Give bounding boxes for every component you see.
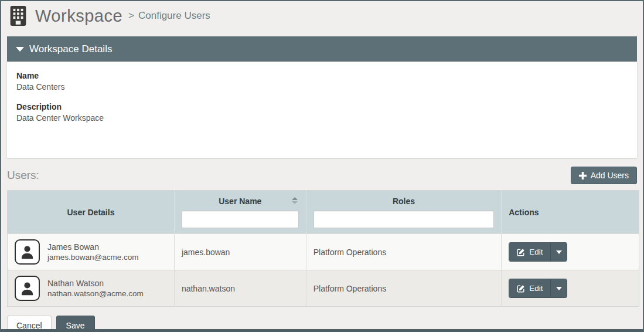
name-field: Name Data Centers [16, 71, 628, 92]
description-value: Data Center Workspace [16, 113, 628, 123]
user-details-cell: Nathan Watson nathan.watson@acme.com [8, 270, 175, 307]
table-header-row: User Details User Name Roles Acti [8, 191, 639, 234]
user-email: nathan.watson@acme.com [47, 289, 144, 298]
column-header-actions: Actions [502, 191, 639, 234]
user-name-column-label: User Name [219, 197, 261, 206]
breadcrumb-separator: > [128, 10, 134, 22]
top-header: Workspace > Configure Users [1, 1, 643, 31]
edit-button[interactable]: Edit [509, 279, 550, 297]
user-email: james.bowan@acme.com [47, 253, 139, 262]
actions-cell: Edit [502, 270, 639, 307]
user-details-cell: James Bowan james.bowan@acme.com [8, 234, 175, 270]
column-header-user-name[interactable]: User Name [174, 191, 306, 234]
caret-down-icon [556, 250, 562, 254]
roles-filter-input[interactable] [314, 211, 495, 228]
edit-pencil-icon [517, 248, 525, 256]
roles-cell: Platform Operations [306, 270, 502, 307]
description-field: Description Data Center Workspace [16, 102, 628, 123]
edit-dropdown-button[interactable] [550, 279, 567, 297]
users-table: User Details User Name Roles Acti [7, 190, 639, 307]
caret-down-icon [16, 47, 24, 52]
actions-cell: Edit [502, 234, 639, 270]
users-section-bar: Users: Add Users [7, 167, 637, 184]
breadcrumb: Configure Users [138, 10, 210, 22]
description-label: Description [16, 102, 628, 111]
workspace-details-panel: Workspace Details Name Data Centers Desc… [7, 36, 637, 158]
workspace-details-title: Workspace Details [29, 43, 112, 55]
user-full-name: Nathan Watson [47, 279, 144, 288]
column-header-roles: Roles [306, 191, 502, 234]
building-icon [9, 6, 27, 26]
user-avatar-icon [15, 276, 40, 301]
save-button[interactable]: Save [56, 316, 95, 332]
page: Workspace > Configure Users Workspace De… [0, 0, 644, 332]
sort-icon[interactable] [292, 197, 298, 204]
user-name-cell: nathan.watson [174, 270, 306, 307]
edit-pencil-icon [517, 284, 525, 293]
table-row: Nathan Watson nathan.watson@acme.com nat… [8, 270, 639, 307]
workspace-details-body: Name Data Centers Description Data Cente… [7, 62, 637, 158]
footer-bar: Cancel Save [7, 316, 637, 332]
user-avatar-icon [15, 239, 40, 265]
roles-column-label: Roles [393, 197, 415, 206]
users-label: Users: [7, 169, 39, 182]
name-value: Data Centers [16, 82, 628, 92]
column-header-user-details: User Details [8, 191, 175, 234]
add-users-label: Add Users [591, 171, 629, 180]
edit-button[interactable]: Edit [509, 243, 550, 261]
user-name-cell: james.bowan [174, 234, 306, 270]
user-full-name: James Bowan [47, 242, 139, 252]
roles-cell: Platform Operations [306, 234, 502, 270]
page-title: Workspace [35, 6, 122, 26]
plus-icon [579, 172, 587, 179]
workspace-details-header[interactable]: Workspace Details [7, 36, 637, 62]
cancel-button[interactable]: Cancel [7, 316, 52, 332]
user-name-filter-input[interactable] [182, 211, 299, 228]
add-users-button[interactable]: Add Users [571, 167, 637, 184]
edit-dropdown-button[interactable] [550, 243, 567, 261]
table-row: James Bowan james.bowan@acme.com james.b… [8, 234, 639, 270]
name-label: Name [16, 71, 628, 80]
caret-down-icon [556, 287, 562, 290]
